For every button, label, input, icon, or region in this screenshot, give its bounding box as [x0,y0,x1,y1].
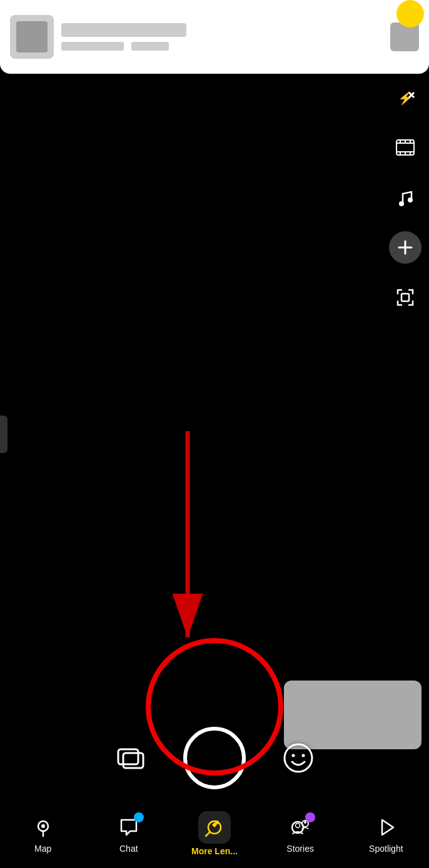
bottom-navigation: Map Chat More Len... [0,804,429,868]
swipe-indicator [0,416,8,453]
nav-item-stories[interactable]: Stories [269,814,331,854]
nav-label-more-lens: More Len... [191,846,238,856]
notification-dot [396,0,424,27]
video-button[interactable] [389,131,421,164]
chat-badge [134,812,144,822]
stories-icon-wrap [286,814,314,841]
svg-point-23 [302,754,305,757]
svg-marker-32 [382,820,393,835]
svg-point-27 [215,821,219,824]
svg-point-21 [285,744,312,772]
svg-point-22 [292,754,295,757]
nav-item-more-lens[interactable]: More Len... [183,811,246,856]
svg-point-13 [408,197,413,202]
chat-icon-wrap [115,814,143,841]
lens-icon [203,816,226,839]
svg-point-12 [399,201,404,206]
nav-item-spotlight[interactable]: Spotlight [355,814,417,854]
notification-bar[interactable] [0,0,429,74]
nav-label-spotlight: Spotlight [369,844,403,854]
nav-label-map: Map [34,844,51,854]
svg-point-25 [41,824,45,828]
spotlight-icon-wrap [372,814,400,841]
nav-label-chat: Chat [119,844,138,854]
notification-content [61,23,383,51]
svg-point-29 [296,824,300,828]
music-button[interactable] [389,181,421,214]
contact-name [61,23,186,37]
notification-detail-1 [61,42,124,51]
spotlight-icon [375,816,397,839]
svg-rect-19 [118,749,138,764]
nav-label-stories: Stories [286,844,314,854]
svg-rect-20 [123,753,143,768]
map-icon-wrap [29,814,57,841]
emoji-button[interactable] [276,736,321,781]
notification-thumbnail [390,22,419,51]
add-button[interactable] [389,231,421,264]
contact-avatar [10,15,54,59]
map-icon [32,816,54,839]
svg-text:⚡: ⚡ [398,91,413,106]
lens-icon-wrap [198,811,231,844]
notification-detail-2 [131,42,169,51]
cards-button[interactable] [108,736,153,781]
scan-button[interactable] [389,281,421,314]
nav-item-map[interactable]: Map [12,814,74,854]
flash-close-button[interactable]: ⚡ [389,81,421,114]
svg-rect-16 [401,294,409,301]
stories-badge [305,812,315,822]
nav-item-chat[interactable]: Chat [98,814,160,854]
right-toolbar: ⚡ [389,81,421,314]
svg-point-31 [304,821,306,824]
highlight-circle [146,638,283,776]
